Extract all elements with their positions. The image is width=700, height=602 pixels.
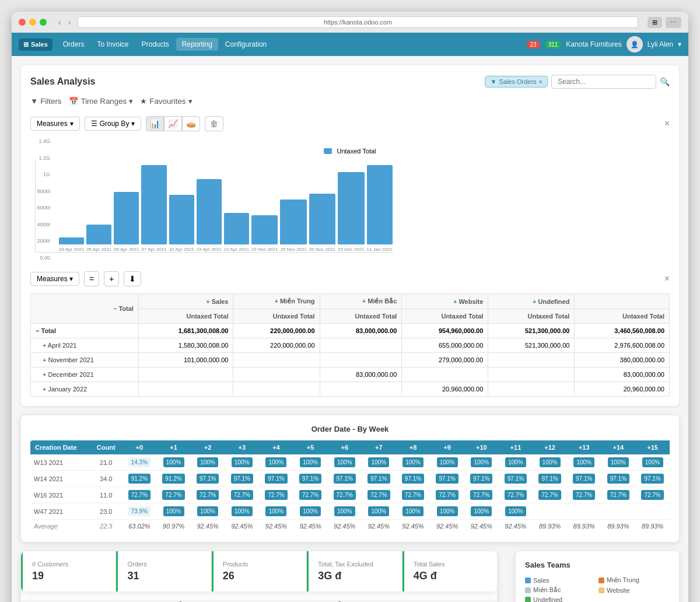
company-name[interactable]: Kanota Furnitures [566,40,621,48]
filters-button[interactable]: ▼ Filters [30,96,62,107]
undefined-expand-icon[interactable]: + [533,298,536,305]
chart-bar[interactable] [59,237,84,244]
cohort-cell-value: 100% [471,506,492,516]
filter-icon: ▼ [30,97,38,106]
cohort-cell: 97.1% [430,471,464,487]
pie-legend-item: Website [598,586,670,594]
remove-tag-button[interactable]: × [539,78,542,85]
total-collapse-icon[interactable]: − [113,305,117,312]
line-chart-button[interactable]: 📈 [164,116,182,131]
favourites-button[interactable]: ★ Favourites ▾ [140,96,192,107]
pivot-table: − Total + Sales + Miền Trung [30,293,670,397]
chart-bar[interactable] [280,200,306,245]
pivot-download-button[interactable]: ⬇ [124,271,141,286]
user-avatar[interactable]: 👤 [626,36,643,52]
nav-to-invoice[interactable]: To Invoice [91,38,134,51]
cohort-cell: 100% [533,454,567,471]
cohort-cell-value: 91.2% [162,474,184,484]
minimize-button[interactable] [29,19,36,26]
chart-bar[interactable] [367,165,393,244]
odoo-topnav: ⊞ Sales Orders To Invoice Products Repor… [12,33,688,56]
menu-button[interactable]: ⋯ [666,17,681,28]
fullscreen-button[interactable] [40,19,47,26]
pivot-cell: 220,000,000.00 [233,324,320,338]
chart-bar[interactable] [169,195,194,244]
pivot-measures-button[interactable]: Measures ▾ [30,272,79,286]
close-button[interactable] [19,19,26,26]
website-expand-icon[interactable]: + [453,298,457,305]
dropdown-icon: ▾ [69,275,73,283]
cohort-cell: 72.7% [533,487,567,503]
chart-bar[interactable] [114,192,139,244]
chart-bar[interactable] [141,165,166,244]
close-pivot-button[interactable]: × [664,274,670,284]
back-button[interactable]: ‹ [56,16,64,28]
chart-bar[interactable] [224,213,249,244]
mien-trung-expand-icon[interactable]: + [274,298,278,304]
bar-label: 22 Apr 2021 [224,247,249,252]
cohort-cell-value: 97.1% [299,474,321,484]
chart-bar[interactable] [197,179,222,244]
mien-bac-expand-icon[interactable]: + [362,298,366,304]
cohort-cell-value: 72.7% [505,490,527,500]
cohort-cell-value: 97.1% [197,474,219,484]
delete-button[interactable]: 🗑 [205,116,223,131]
pivot-flip-button[interactable]: = [84,271,99,286]
filter-bar: ▼ Filters 📅 Time Ranges ▾ ★ Favourites ▾ [30,96,670,107]
extensions-button[interactable]: ⊞ [648,17,662,28]
measures-button[interactable]: Measures ▾ [30,117,80,131]
bar-label: 03 Apr 2021 [59,247,84,252]
notification-badge[interactable]: 23 [527,41,540,48]
cohort-cell: 100% [156,503,191,520]
chart-bar[interactable] [338,172,364,244]
search-input[interactable] [551,75,656,89]
user-name[interactable]: Lyli Alen [648,40,673,48]
chart-bar[interactable] [251,215,278,244]
nav-items: Orders To Invoice Products Reporting Con… [57,38,273,51]
cohort-cell: 100% [191,454,225,471]
cohort-cell: 92.45% [293,520,328,533]
star-icon: ★ [140,97,147,106]
cohort-cell: 72.7% [156,487,191,503]
nav-products[interactable]: Products [135,38,174,51]
user-dropdown-icon[interactable]: ▾ [678,40,681,48]
legend-color-dot [525,597,531,602]
message-badge[interactable]: 311 [545,41,562,48]
nav-reporting[interactable]: Reporting [176,38,218,51]
nav-orders[interactable]: Orders [57,38,90,51]
cohort-cell: 92.45% [362,520,396,533]
time-ranges-button[interactable]: 📅 Time Ranges ▾ [69,96,134,107]
odoo-logo[interactable]: ⊞ Sales [19,38,52,51]
cohort-cell-value: 72.7% [573,490,595,500]
pie-chart-button[interactable]: 🥧 [182,116,200,131]
cohort-week: Average [30,520,90,533]
cohort-cell: 92.45% [191,520,225,533]
bar-group: 25 Dec 2021 [338,172,364,252]
chart-bar[interactable] [86,225,111,244]
grid-icon: ⊞ [23,41,29,48]
chart-bar[interactable] [309,194,335,244]
pivot-expand-button[interactable]: + [104,271,119,286]
chevron-icon: ▾ [129,97,133,106]
app-name: Sales [31,41,48,48]
cohort-cell [533,503,567,520]
bar-chart-button[interactable]: 📊 [146,116,164,131]
cohort-cell: 97.1% [499,471,533,487]
sales-expand-icon[interactable]: + [206,298,209,305]
cohort-cell-value: 100% [573,457,594,467]
cohort-header-cell: +8 [396,440,430,454]
search-submit-button[interactable]: 🔍 [660,77,670,86]
close-chart-button[interactable]: × [664,118,670,129]
cohort-header-cell: +5 [293,440,328,454]
pivot-row-label[interactable]: − Total [31,324,139,338]
total-tax-excluded-value: 3G đ [318,570,392,582]
cohort-cell: 72.7% [635,487,670,503]
legend-item-label: Sales [533,577,550,584]
cohort-header-row: Creation DateCount+0+1+2+3+4+5+6+7+8+9+1… [30,440,670,454]
pivot-cell: 1,681,300,008.00 [138,324,233,338]
group-by-button[interactable]: ☰ Group By ▾ [85,117,142,131]
nav-configuration[interactable]: Configuration [219,38,272,51]
forward-button[interactable]: › [66,16,74,28]
address-bar[interactable] [78,16,638,28]
bar-group: 23 Nov 2021 [251,215,278,252]
